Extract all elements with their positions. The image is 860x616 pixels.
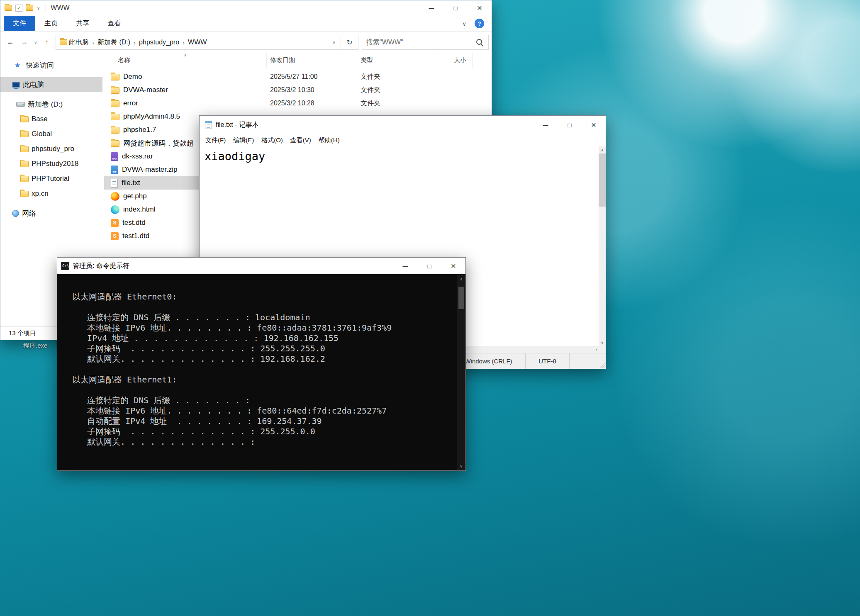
address-bar[interactable]: 此电脑 新加卷 (D:) phpstudy_pro xyxy=(56,35,358,50)
sidebar-item[interactable]: 网络 xyxy=(0,206,102,221)
file-icon xyxy=(111,114,119,120)
ribbon-collapse-icon[interactable] xyxy=(462,20,466,27)
sidebar-item[interactable]: Global xyxy=(0,127,102,141)
menu-item[interactable]: 格式(O) xyxy=(258,136,287,144)
breadcrumb-chevron-icon[interactable] xyxy=(89,39,97,46)
ribbon-tabs: 文件 主页 共享 查看 xyxy=(4,16,130,31)
console-output[interactable]: 以太网适配器 Ethernet0: 连接特定的 DNS 后缀 . . . . .… xyxy=(57,274,457,470)
close-button[interactable] xyxy=(582,116,606,134)
search-box[interactable] xyxy=(362,35,489,50)
scroll-right-icon[interactable] xyxy=(596,348,597,352)
file-name: DVWA-master xyxy=(123,86,168,94)
scrollbar-thumb[interactable] xyxy=(458,287,464,309)
quick-access-check-icon[interactable] xyxy=(15,5,22,12)
file-type: 文件夹 xyxy=(357,97,434,110)
column-header-date[interactable]: 修改日期 xyxy=(267,53,357,68)
ribbon-tab[interactable]: 查看 xyxy=(98,16,130,31)
sidebar-item[interactable]: xp.cn xyxy=(0,186,102,201)
minimize-button[interactable] xyxy=(393,258,417,274)
menu-item[interactable]: 文件(F) xyxy=(202,136,229,144)
file-row[interactable]: DVWA-master 2025/3/2 10:30 文件夹 xyxy=(104,83,473,97)
desktop: 程序.exe WWW 文件 主页 共享 xyxy=(0,0,860,616)
sidebar-item-label: 网络 xyxy=(22,209,36,218)
minimize-button[interactable] xyxy=(419,0,443,15)
address-toolbar: 此电脑 新加卷 (D:) phpstudy_pro xyxy=(0,32,492,53)
sidebar-item[interactable]: Base xyxy=(0,112,102,127)
resize-grip[interactable] xyxy=(599,363,605,368)
close-button[interactable] xyxy=(441,258,465,274)
file-row[interactable]: Demo 2025/5/27 11:00 文件夹 xyxy=(104,70,473,83)
sidebar-item-icon xyxy=(20,131,29,137)
scroll-down-icon[interactable] xyxy=(599,339,606,346)
console-line xyxy=(72,302,457,312)
column-header-type[interactable]: 类型 xyxy=(357,53,434,68)
search-icon[interactable] xyxy=(476,39,483,46)
file-size xyxy=(434,70,473,83)
sidebar-item[interactable]: PHPstudy2018 xyxy=(0,156,102,171)
vertical-scrollbar[interactable] xyxy=(599,146,606,346)
breadcrumb-item[interactable]: 此电脑 xyxy=(69,35,97,49)
search-input[interactable] xyxy=(362,39,476,46)
console-scrollbar[interactable] xyxy=(457,274,465,470)
maximize-button[interactable] xyxy=(558,116,582,134)
menu-item[interactable]: 查看(V) xyxy=(287,136,315,144)
console-line xyxy=(72,364,457,375)
minimize-button[interactable] xyxy=(534,116,558,134)
file-name: phpMyAdmin4.8.5 xyxy=(123,112,180,121)
sidebar-item-label: Global xyxy=(32,130,52,138)
breadcrumb-chevron-icon[interactable] xyxy=(130,39,139,46)
cmd-main: 以太网适配器 Ethernet0: 连接特定的 DNS 后缀 . . . . .… xyxy=(57,274,465,470)
address-dropdown-icon[interactable] xyxy=(327,40,341,45)
ribbon-tab[interactable]: 文件 xyxy=(4,16,35,31)
breadcrumb-label: 此电脑 xyxy=(69,38,89,47)
maximize-button[interactable] xyxy=(417,258,441,274)
desktop-icon-label[interactable]: 程序.exe xyxy=(23,342,47,350)
back-button[interactable] xyxy=(3,35,17,49)
ribbon-tab[interactable]: 主页 xyxy=(35,16,67,31)
up-button[interactable] xyxy=(40,35,54,49)
breadcrumb-item[interactable]: WWW xyxy=(188,35,207,49)
scroll-up-icon[interactable] xyxy=(599,146,606,153)
sidebar-item[interactable]: 此电脑 xyxy=(0,77,102,92)
file-icon xyxy=(111,179,118,187)
scroll-up-icon[interactable] xyxy=(457,274,465,283)
sidebar-item[interactable]: PHPTutorial xyxy=(0,171,102,186)
maximize-button[interactable] xyxy=(443,0,468,15)
file-icon xyxy=(111,192,119,201)
column-header-name[interactable]: 名称 xyxy=(104,53,267,68)
quick-access-folder-icon[interactable] xyxy=(26,5,33,11)
forward-button[interactable] xyxy=(17,35,32,49)
scroll-down-icon[interactable] xyxy=(457,461,465,470)
sidebar-item[interactable]: 新加卷 (D:) xyxy=(0,97,102,112)
notepad-window-controls xyxy=(534,116,606,134)
sidebar-item[interactable]: phpstudy_pro xyxy=(0,141,102,156)
file-name: get.php xyxy=(123,192,147,200)
menu-item[interactable]: 编辑(E) xyxy=(229,136,258,144)
recent-locations-dropdown-icon[interactable] xyxy=(32,40,40,45)
scrollbar-track[interactable] xyxy=(457,283,465,461)
column-header-size[interactable]: 大小 xyxy=(434,53,473,68)
notepad-window-title: file.txt - 记事本 xyxy=(216,121,259,129)
file-name: file.txt xyxy=(122,179,140,187)
file-row[interactable]: error 2025/3/2 10:28 文件夹 xyxy=(104,97,473,110)
ribbon-tab[interactable]: 共享 xyxy=(67,16,98,31)
console-line xyxy=(72,385,457,395)
sidebar-item-icon xyxy=(20,176,29,182)
sidebar-item-label: Base xyxy=(32,115,48,123)
sidebar-item[interactable]: 快速访问 xyxy=(0,58,102,73)
menu-item[interactable]: 帮助(H) xyxy=(315,136,344,144)
sidebar-item-label: phpstudy_pro xyxy=(32,145,74,153)
notepad-app-icon xyxy=(205,121,212,129)
help-icon[interactable]: ? xyxy=(475,19,484,28)
breadcrumb-chevron-icon[interactable] xyxy=(179,39,188,46)
scrollbar-thumb[interactable] xyxy=(599,153,606,207)
scrollbar-track[interactable] xyxy=(599,207,606,339)
refresh-button[interactable] xyxy=(341,35,358,49)
breadcrumb-item[interactable]: phpstudy_pro xyxy=(139,35,188,49)
close-button[interactable] xyxy=(468,0,492,15)
cmd-window-controls xyxy=(393,258,465,274)
breadcrumb-item[interactable]: 新加卷 (D:) xyxy=(97,35,139,49)
file-type: 文件夹 xyxy=(357,70,434,83)
sort-ascending-icon[interactable] xyxy=(184,53,187,57)
quick-access-dropdown-icon[interactable] xyxy=(37,6,40,10)
